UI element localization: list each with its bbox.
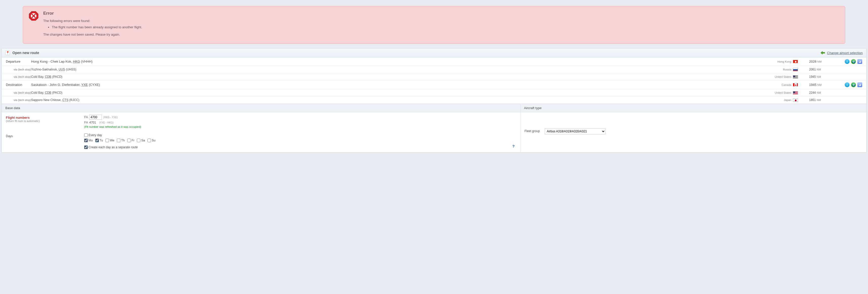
flight-numbers-row: Flight numbers (return flt num is automa… bbox=[2, 112, 520, 131]
flight-numbers-hint: (return flt num is automatic) bbox=[6, 119, 84, 122]
fleet-group-label: Fleet group bbox=[525, 129, 540, 133]
separate-route-checkbox[interactable]: Create each day as a separate route bbox=[84, 145, 138, 149]
distance-value: 2244 NM bbox=[799, 91, 839, 95]
day-checkbox-th[interactable]: Th bbox=[117, 139, 125, 142]
flag-icon bbox=[793, 75, 799, 79]
day-checkbox-fr[interactable]: Fr bbox=[127, 139, 134, 142]
flight-numbers-label: Flight numbers bbox=[6, 116, 30, 119]
flight-prefix-return: FA bbox=[84, 121, 88, 124]
svg-rect-6 bbox=[793, 70, 798, 71]
svg-rect-22 bbox=[793, 93, 798, 94]
route-panel: 📍 Open new route Change airport selectio… bbox=[2, 48, 866, 153]
globe-icon[interactable]: 🌍 bbox=[851, 82, 856, 87]
svg-rect-5 bbox=[793, 69, 798, 70]
day-checkbox-mo[interactable]: Mo bbox=[84, 139, 93, 142]
globe-icon[interactable]: 🌍 bbox=[851, 59, 856, 64]
svg-rect-17 bbox=[797, 83, 798, 86]
country-label: Japan bbox=[764, 99, 792, 102]
info-icon[interactable]: i bbox=[845, 59, 849, 64]
route-rows: Departure Hong Kong - Chek Lap Kok, HKG … bbox=[2, 57, 866, 104]
flight-refreshed-notice: (Flt number was refreshed as it was occu… bbox=[84, 125, 516, 128]
airport-description: Yuzhno-Sakhalinsk, UUS (UHSS) bbox=[31, 68, 764, 71]
svg-rect-11 bbox=[793, 77, 798, 78]
every-day-checkbox[interactable]: Every day bbox=[84, 133, 102, 137]
day-checkbox-tu[interactable]: Tu bbox=[95, 139, 103, 142]
days-row: Days Every day Mo Tu We Th Fr Sa Su Crea… bbox=[2, 131, 520, 152]
airport-description: Cold Bay, CDB (PACD) bbox=[31, 75, 764, 79]
airport-code[interactable]: YXE bbox=[82, 83, 88, 87]
svg-point-27 bbox=[795, 100, 797, 101]
basedata-header: Base data bbox=[2, 104, 520, 112]
distance-value: 1945 NM bbox=[799, 83, 839, 87]
error-icon bbox=[29, 11, 39, 39]
change-airport-link[interactable]: Change airport selection bbox=[827, 51, 863, 55]
airport-description: Hong Kong - Chek Lap Kok, HKG (VHHH) bbox=[31, 60, 764, 63]
country-label: United States bbox=[764, 91, 792, 94]
back-arrow-icon bbox=[820, 51, 825, 54]
info-icon[interactable]: i bbox=[845, 82, 849, 87]
flag-icon bbox=[793, 60, 799, 63]
error-item: The flight number has been already assig… bbox=[52, 25, 142, 29]
error-list: The flight number has been already assig… bbox=[52, 25, 142, 29]
airport-description: Saskatoon - John G. Diefenbaker, YXE (CY… bbox=[31, 83, 764, 87]
row-actions: i 🌍 ◪ bbox=[839, 59, 862, 64]
day-checkbox-sa[interactable]: Sa bbox=[137, 139, 145, 142]
airport-description: Sapporo New Chitose, CTS (RJCC) bbox=[31, 98, 764, 102]
flag-icon bbox=[793, 99, 799, 102]
detail-icon[interactable]: ◪ bbox=[857, 59, 862, 64]
flight-prefix: FA bbox=[84, 115, 88, 119]
svg-rect-13 bbox=[793, 78, 798, 79]
panel-title: Open new route bbox=[12, 51, 39, 55]
flight-number-input[interactable] bbox=[89, 115, 102, 120]
flag-icon bbox=[793, 68, 799, 71]
error-message-box: Error The following errors were found: T… bbox=[23, 6, 845, 44]
tech-stop-row: via (tech stop) Cold Bay, CDB (PACD) Uni… bbox=[2, 73, 866, 81]
tech-stop-row: via (tech stop) Yuzhno-Sakhalinsk, UUS (… bbox=[2, 66, 866, 73]
airport-code[interactable]: HKG bbox=[73, 60, 80, 63]
row-label: via (tech stop) bbox=[6, 99, 31, 102]
flag-icon bbox=[793, 91, 799, 95]
tech-stop-row: via (tech stop) Sapporo New Chitose, CTS… bbox=[2, 97, 866, 104]
fleet-group-row: Fleet group Airbus A318/A319/A320/A321 bbox=[521, 112, 866, 137]
day-checkbox-su[interactable]: Su bbox=[148, 139, 156, 142]
error-outro: The changes have not been saved. Please … bbox=[43, 33, 142, 36]
airport-description: Cold Bay, CDB (PACD) bbox=[31, 91, 764, 95]
detail-icon[interactable]: ◪ bbox=[857, 82, 862, 87]
destination-row: Destination Saskatoon - John G. Diefenba… bbox=[2, 81, 866, 89]
country-label: Hong Kong bbox=[764, 60, 792, 63]
svg-rect-24 bbox=[793, 94, 798, 95]
svg-rect-25 bbox=[793, 91, 795, 93]
distance-value: 1851 NM bbox=[799, 98, 839, 102]
help-icon[interactable]: ? bbox=[513, 144, 515, 148]
distance-value: 2028 NM bbox=[799, 60, 839, 63]
row-label: via (tech stop) bbox=[6, 75, 31, 78]
flight-ret-route: (YXE - HKG) bbox=[99, 121, 114, 124]
airport-code[interactable]: CDB bbox=[45, 75, 51, 79]
country-label: Canada bbox=[764, 83, 792, 86]
flight-out-route: (HKG - YXE) bbox=[103, 116, 118, 119]
tech-stop-row: via (tech stop) Cold Bay, CDB (PACD) Uni… bbox=[2, 89, 866, 97]
country-label: Russia bbox=[764, 68, 792, 71]
panel-header: 📍 Open new route Change airport selectio… bbox=[2, 48, 866, 57]
airport-code[interactable]: CDB bbox=[45, 91, 51, 95]
distance-value: 1945 NM bbox=[799, 75, 839, 79]
row-label: via (tech stop) bbox=[6, 91, 31, 94]
distance-value: 2061 NM bbox=[799, 68, 839, 71]
error-intro: The following errors were found: bbox=[43, 19, 142, 23]
day-checkbox-we[interactable]: We bbox=[105, 139, 114, 142]
fleet-group-select[interactable]: Airbus A318/A319/A320/A321 bbox=[545, 128, 606, 134]
airport-code[interactable]: CTS bbox=[62, 98, 68, 102]
aircraft-type-header: Aircraft type bbox=[521, 104, 866, 112]
row-label: Destination bbox=[6, 83, 31, 87]
departure-row: Departure Hong Kong - Chek Lap Kok, HKG … bbox=[2, 57, 866, 66]
svg-rect-14 bbox=[793, 76, 795, 77]
svg-point-3 bbox=[795, 61, 797, 62]
flag-icon bbox=[793, 83, 799, 86]
row-label: Departure bbox=[6, 60, 31, 63]
airport-code[interactable]: UUS bbox=[59, 68, 65, 71]
country-label: United States bbox=[764, 75, 792, 78]
svg-rect-16 bbox=[793, 83, 795, 86]
map-pin-icon: 📍 bbox=[5, 50, 10, 55]
row-actions: i 🌍 ◪ bbox=[839, 82, 862, 87]
row-label: via (tech stop) bbox=[6, 68, 31, 71]
